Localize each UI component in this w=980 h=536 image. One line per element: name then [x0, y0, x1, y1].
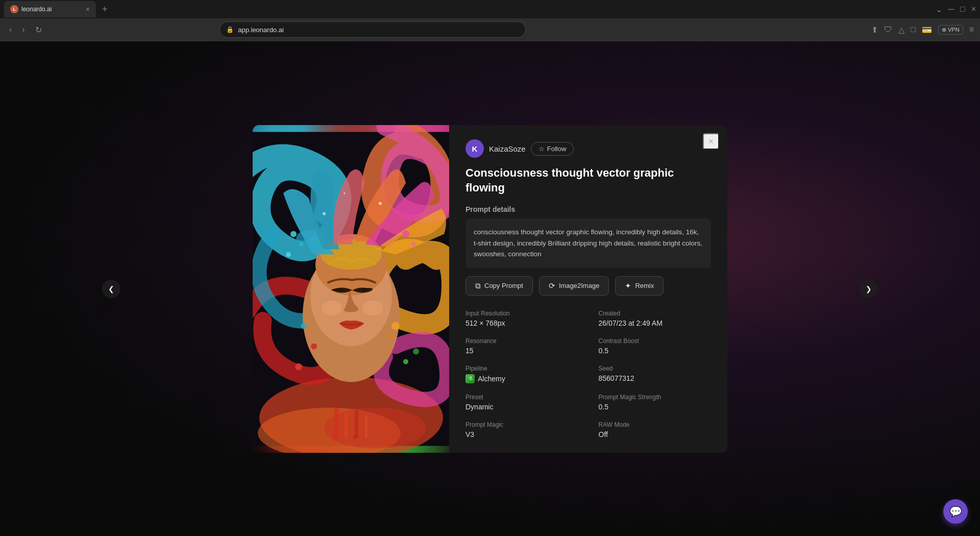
next-image-button[interactable]: ❯: [860, 280, 878, 298]
svg-point-24: [311, 344, 317, 350]
extensions-icon[interactable]: □: [911, 25, 916, 34]
prompt-section-label: Prompt details: [465, 205, 711, 213]
image-detail-modal: × K KaizaSoze ☆ Follow Consciousness tho…: [253, 125, 727, 453]
input-resolution-item: Input Resolution 512 × 768px: [465, 310, 578, 327]
tab-title: leonardo.ai: [21, 6, 52, 13]
copy-prompt-button[interactable]: ⧉ Copy Prompt: [465, 276, 533, 296]
pipeline-item: Pipeline ⚗ Alchemy: [465, 365, 578, 383]
nav-bar: ‹ › ↻ 🔒 app.leonardo.ai ⬆ 🛡 △ □ 💳 ⊕ VPN …: [0, 18, 980, 41]
seed-label: Seed: [599, 365, 712, 372]
remix-button[interactable]: ✦ Remix: [615, 276, 664, 296]
address-bar[interactable]: 🔒 app.leonardo.ai: [219, 21, 526, 38]
svg-point-15: [362, 301, 383, 316]
follow-label: Follow: [547, 145, 567, 153]
resonance-value: 15: [465, 347, 578, 355]
svg-point-14: [322, 301, 342, 316]
svg-point-25: [295, 363, 302, 371]
contrast-boost-label: Contrast Boost: [599, 337, 712, 345]
tab-right-controls: ⌄ ─ □ ×: [936, 5, 976, 14]
preset-label: Preset: [465, 394, 578, 401]
vpn-badge[interactable]: ⊕ VPN: [938, 25, 963, 35]
svg-rect-7: [365, 416, 368, 438]
new-tab-button[interactable]: +: [98, 4, 112, 15]
prompt-magic-label: Prompt Magic: [465, 421, 578, 428]
forward-button[interactable]: ›: [19, 23, 28, 36]
chat-support-button[interactable]: 💬: [943, 499, 968, 524]
alchemy-icon: ⚗: [465, 374, 475, 383]
back-button[interactable]: ‹: [6, 23, 15, 36]
close-modal-button[interactable]: ×: [703, 133, 719, 150]
url-text: app.leonardo.ai: [238, 26, 284, 34]
svg-rect-5: [345, 413, 348, 438]
svg-point-18: [286, 252, 291, 257]
right-arrow-icon: ❯: [866, 285, 872, 293]
resonance-label: Resonance: [465, 337, 578, 345]
tab-bar: L leonardo.ai × + ⌄ ─ □ ×: [0, 0, 980, 18]
copy-prompt-label: Copy Prompt: [484, 282, 523, 289]
brave-icon[interactable]: △: [898, 25, 904, 35]
raw-mode-value: Off: [599, 430, 712, 438]
created-item: Created 26/07/23 at 2:49 AM: [599, 310, 712, 327]
prev-image-button[interactable]: ❮: [102, 280, 120, 298]
artwork-image: [253, 125, 449, 453]
copy-icon: ⧉: [475, 281, 481, 290]
wallet-icon[interactable]: 💳: [922, 25, 932, 35]
menu-icon[interactable]: ≡: [969, 25, 974, 34]
lock-icon: 🔒: [226, 26, 234, 33]
svg-point-29: [379, 202, 382, 205]
remix-icon: ✦: [625, 281, 631, 290]
maximize-btn[interactable]: □: [960, 5, 965, 14]
svg-point-21: [301, 323, 307, 329]
prompt-magic-strength-label: Prompt Magic Strength: [599, 394, 712, 401]
star-icon: ☆: [538, 145, 545, 153]
shield-icon[interactable]: 🛡: [884, 25, 892, 34]
chat-icon: 💬: [949, 505, 962, 518]
share-icon[interactable]: ⬆: [871, 25, 878, 35]
pipeline-value: Alchemy: [478, 375, 505, 383]
browser-chrome: L leonardo.ai × + ⌄ ─ □ × ‹ › ↻ 🔒 app.le…: [0, 0, 980, 41]
created-label: Created: [599, 310, 712, 317]
svg-point-17: [299, 242, 303, 247]
prompt-magic-strength-value: 0.5: [599, 403, 712, 411]
svg-rect-4: [334, 408, 338, 438]
prompt-magic-strength-item: Prompt Magic Strength 0.5: [599, 394, 712, 411]
tab-list-icon[interactable]: ⌄: [936, 5, 942, 14]
svg-point-23: [388, 334, 393, 339]
active-tab[interactable]: L leonardo.ai ×: [4, 1, 96, 17]
minimize-btn[interactable]: ─: [948, 5, 954, 14]
reload-button[interactable]: ↻: [32, 23, 45, 37]
raw-mode-item: RAW Mode Off: [599, 421, 712, 438]
username-text: KaizaSoze: [489, 144, 526, 153]
pipeline-value-row: ⚗ Alchemy: [465, 374, 578, 383]
svg-point-30: [344, 192, 346, 194]
preset-item: Preset Dynamic: [465, 394, 578, 411]
svg-point-27: [413, 349, 419, 355]
preset-value: Dynamic: [465, 403, 578, 411]
contrast-boost-item: Contrast Boost 0.5: [599, 337, 712, 355]
follow-button[interactable]: ☆ Follow: [531, 142, 574, 156]
window-close-btn[interactable]: ×: [971, 5, 976, 14]
svg-point-16: [290, 231, 297, 237]
details-grid: Input Resolution 512 × 768px Created 26/…: [465, 310, 711, 438]
image2image-button[interactable]: ⟳ Image2Image: [539, 276, 609, 296]
svg-point-26: [403, 359, 408, 364]
svg-point-8: [332, 436, 337, 441]
tab-close-btn[interactable]: ×: [86, 5, 90, 13]
user-avatar: K: [465, 139, 484, 158]
resonance-item: Resonance 15: [465, 337, 578, 355]
left-arrow-icon: ❮: [108, 285, 114, 293]
seed-item: Seed 856077312: [599, 365, 712, 383]
remix-label: Remix: [635, 282, 654, 289]
image-title: Consciousness thought vector graphic flo…: [465, 166, 711, 195]
svg-point-3: [324, 408, 426, 449]
artwork-svg: [253, 125, 449, 453]
svg-point-9: [353, 435, 357, 440]
prompt-magic-value: V3: [465, 430, 578, 438]
svg-point-28: [323, 212, 326, 215]
seed-value: 856077312: [599, 374, 712, 382]
page-background: ❮: [0, 41, 980, 536]
prompt-text-box: consciousness thought vector graphic flo…: [465, 218, 711, 268]
svg-rect-6: [355, 410, 358, 438]
svg-point-20: [411, 242, 415, 247]
pipeline-label: Pipeline: [465, 365, 578, 372]
